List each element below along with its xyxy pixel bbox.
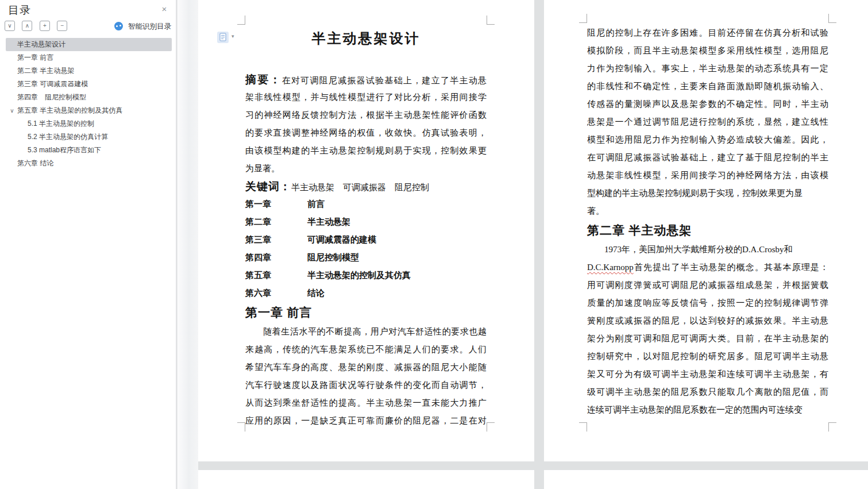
document-options-icon[interactable]: [217, 32, 229, 43]
paragraph-tools-widget[interactable]: ▾: [217, 32, 237, 43]
chapter2-body: 1973年，美国加州大学戴维斯分校的D.A.Crosby和 D.C.Karnop…: [587, 241, 828, 419]
toc-list: 半主动悬架设计 第一章 前言 第二章 半主动悬架 第三章 可调减震器建模 第四章…: [0, 38, 176, 170]
zoom-in-button[interactable]: +: [40, 21, 50, 31]
body-line: 连续可调半主动悬架的阻尼系数在一定的范围内可连续变: [587, 401, 828, 419]
spellcheck-flagged-text: D.C.Karnopp: [587, 263, 634, 272]
body-line: 级可调半主动悬架的阻尼系数只能取几个离散的阻尼值，而: [587, 383, 828, 401]
body-line: 架分为刚度可调和阻尼可调两大类。目前，在半主动悬架的: [587, 330, 828, 348]
body-line: 著。: [587, 202, 828, 220]
crop-mark-bottom-right: [487, 422, 495, 432]
chapter-list: 第一章前言 第二章半主动悬架 第三章可调减震器的建模 第四章阻尼控制模型 第五章…: [245, 195, 487, 302]
toc-item-chapter6[interactable]: 第六章 结论: [6, 157, 172, 170]
chapter-row: 第四章阻尼控制模型: [245, 249, 487, 267]
body-line: 随着生活水平的不断提高，用户对汽车舒适性的要求也越: [245, 323, 487, 341]
chapter2-heading: 第二章 半主动悬架: [587, 220, 828, 241]
panel-scrollbar-track[interactable]: [177, 0, 198, 489]
abstract-block: 摘要：在对可调阻尼减振器试验基础上，建立了半主动悬 架非线性模型，并与线性模型进…: [245, 71, 487, 178]
document-page-1: ▾ 半主动悬架设计 摘要：在对可调阻尼减振器试验基础上，建立了半主动悬 架非线性…: [198, 0, 534, 461]
crop-mark-bottom-left: [579, 422, 587, 432]
keywords-label: 关键词：: [245, 180, 291, 192]
close-icon[interactable]: ×: [160, 5, 169, 14]
toc-panel-title: 目录: [8, 3, 31, 18]
body-line: 汽车行驶速度以及路面状况等行驶条件的变化而自动调节，: [245, 376, 487, 394]
body-line: 簧刚度或减振器的阻尼，以达到较好的减振效果。半主动悬: [587, 312, 828, 330]
toc-item-chapter3[interactable]: 第三章 可调减震器建模: [6, 78, 172, 91]
body-line: 希望汽车车身的高度、悬架的刚度、减振器的阻尼大小能随: [245, 359, 487, 376]
body-line: 架又可分为有级可调半主动悬架和连续可调半主动悬架，有: [587, 365, 828, 383]
abstract-line: 为显著。: [245, 160, 487, 178]
smart-recognize-toc-label: 智能识别目录: [128, 22, 171, 30]
document-page-3: [198, 470, 534, 489]
crop-mark-top-right: [487, 16, 495, 25]
zoom-out-button[interactable]: −: [57, 21, 67, 31]
body-line: 质量的加速度响应等反馈信号，按照一定的控制规律调节弹: [587, 294, 828, 312]
toc-item-document-title[interactable]: 半主动悬架设计: [6, 38, 172, 51]
toc-item-chapter1[interactable]: 第一章 前言: [6, 51, 172, 64]
crop-mark-top-left: [237, 16, 245, 25]
document-page-4: [544, 470, 868, 489]
toc-toolbar: ∨ ∧ + − 智能识别目录: [5, 20, 172, 32]
ai-robot-icon: [114, 22, 123, 30]
crop-mark-top-left: [579, 14, 587, 23]
document-page-2: 阻尼的控制上存在许多困难。目前还停留在仿真分析和试验 模拟阶段，而且半主动悬架模…: [544, 0, 868, 461]
abstract-line: 习的神经网络反馈控制方法，根据半主动悬架性能评价函数: [245, 106, 487, 124]
toc-panel-header: 目录 ×: [0, 0, 176, 18]
body-line: 1973年，美国加州大学戴维斯分校的D.A.Crosby和: [587, 241, 828, 259]
smart-recognize-toc-button[interactable]: 智能识别目录: [114, 21, 171, 31]
expand-all-button[interactable]: ∨: [5, 21, 15, 31]
body-line: 从而达到乘坐舒适性的提高。半主动悬架一直未能大力推广: [245, 394, 487, 412]
toc-item-chapter4[interactable]: 第四章 阻尼控制模型: [6, 91, 172, 104]
body-line: 力作为控制输入。事实上，半主动悬架的动态系统具有一定: [587, 60, 828, 78]
toc-item-5-2[interactable]: 5.2 半主动悬架的仿真计算: [6, 130, 172, 144]
abstract-line: 由该模型构建的半主动悬架控制规则易于实现，控制效果更: [245, 142, 487, 160]
body-line: 传感器的量测噪声以及悬架参数的不确定性。同时，半主动: [587, 95, 828, 113]
crop-mark-top-right: [828, 14, 836, 23]
page1-text-area: 半主动悬架设计 摘要：在对可调阻尼减振器试验基础上，建立了半主动悬 架非线性模型…: [245, 25, 487, 430]
document-glyph: [217, 32, 229, 43]
collapse-arrow-icon[interactable]: ∨: [8, 104, 16, 117]
chapter-row: 第二章半主动悬架: [245, 213, 487, 231]
body-line: 模拟阶段，而且半主动悬架模型多采用线性模型，选用阻尼: [587, 42, 828, 60]
body-line: 在可调阻尼减振器试验基础上，建立了基于阻尼控制的半主: [587, 149, 828, 167]
body-line: 用可调刚度弹簧或可调阻尼的减振器组成悬架，并根据簧载: [587, 276, 828, 294]
abstract-line: 的要求直接调整神经网络的权值，收敛快。仿真试验表明，: [245, 124, 487, 142]
toc-item-chapter2[interactable]: 第二章 半主动悬架: [6, 64, 172, 78]
page2-text-area: 阻尼的控制上存在许多困难。目前还停留在仿真分析和试验 模拟阶段，而且半主动悬架模…: [587, 23, 828, 419]
crop-mark-bottom-right: [828, 422, 836, 432]
collapse-all-button[interactable]: ∧: [22, 21, 32, 31]
chapter-row: 第三章可调减震器的建模: [245, 231, 487, 249]
body-line: 动悬架非线性模型，采用间接学习的神经网络方法，由该模: [587, 167, 828, 184]
chapter-row: 第五章半主动悬架的控制及其仿真: [245, 267, 487, 284]
body-line: 悬架是一个通过调节阻尼进行控制的系统，显然，建立线性: [587, 113, 828, 131]
toc-item-chapter5-label: 第五章 半主动悬架的控制及其仿真: [17, 106, 122, 114]
dropdown-arrow-icon[interactable]: ▾: [232, 33, 234, 39]
toc-item-chapter5[interactable]: ∨第五章 半主动悬架的控制及其仿真: [6, 104, 172, 117]
abstract-label: 摘要：: [245, 74, 282, 86]
body-line: 应用的原因，一是缺乏真正可靠而廉价的阻尼器，二是在对: [245, 412, 487, 430]
app-window: { "colors":{"accent_blue":"#3f8fdf","toc…: [0, 0, 868, 489]
body-line: 模型和选用阻尼力作为控制输入势必造成较大偏差。因此，: [587, 131, 828, 149]
document-title: 半主动悬架设计: [245, 26, 487, 51]
chapter-row: 第一章前言: [245, 195, 487, 213]
toc-panel: 目录 × ∨ ∧ + − 智能识别目录 半主动悬架设计 第一章 前言 第二章 半…: [0, 0, 176, 489]
toc-item-5-3[interactable]: 5.3 matlab程序语言如下: [6, 144, 172, 157]
body-line: D.C.Karnopp首先提出了半主动悬架的概念。其基本原理是：: [587, 259, 828, 276]
body-line: 型构建的半主动悬架控制规则易于实现，控制效果更为显: [587, 184, 828, 202]
body-line: 控制研究中，以对阻尼控制的研究居多。阻尼可调半主动悬: [587, 348, 828, 365]
body-line: 的非线性和不确定性，主要来自路面激励即随机振动输入、: [587, 78, 828, 95]
chapter-row: 第六章结论: [245, 284, 487, 302]
chapter1-body: 随着生活水平的不断提高，用户对汽车舒适性的要求也越 来越高，传统的汽车悬架系统已…: [245, 323, 487, 430]
chapter1-heading: 第一章 前言: [245, 302, 487, 323]
chapter1-body-continued: 阻尼的控制上存在许多困难。目前还停留在仿真分析和试验 模拟阶段，而且半主动悬架模…: [587, 24, 828, 220]
body-line: 来越高，传统的汽车悬架系统已不能满足人们的要求。人们: [245, 341, 487, 359]
abstract-line: 摘要：在对可调阻尼减振器试验基础上，建立了半主动悬: [245, 71, 487, 88]
keywords-line: 关键词：半主动悬架 可调减振器 阻尼控制: [245, 178, 487, 195]
body-line: 阻尼的控制上存在许多困难。目前还停留在仿真分析和试验: [587, 24, 828, 42]
crop-mark-bottom-left: [237, 422, 245, 432]
toc-item-5-1[interactable]: 5.1 半主动悬架的控制: [6, 117, 172, 130]
abstract-line: 架非线性模型，并与线性模型进行了对比分析，采用间接学: [245, 88, 487, 106]
